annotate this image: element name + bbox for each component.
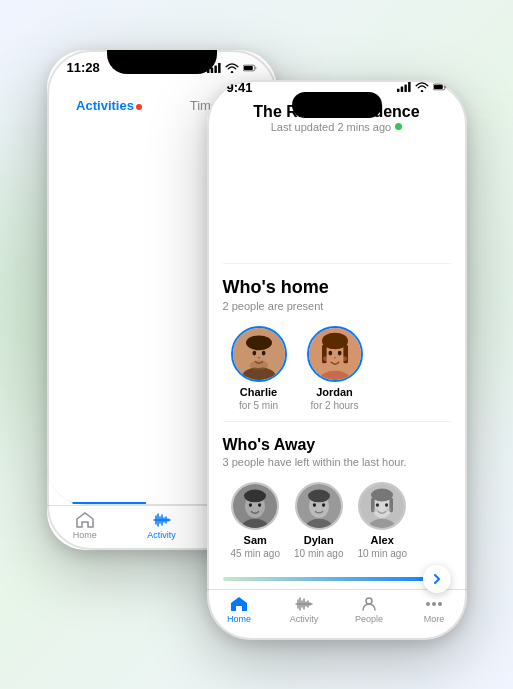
signal-icon-2 (397, 82, 411, 92)
phone-2-bottom-nav: Home Activity (207, 589, 467, 640)
svg-point-36 (249, 503, 252, 507)
wifi-icon-2 (415, 82, 429, 92)
svg-point-17 (252, 351, 256, 356)
avatar-jordan: Jordan for 2 hours (307, 326, 363, 411)
house-icon-2 (229, 596, 249, 612)
alex-name: Alex (371, 534, 394, 546)
svg-rect-5 (243, 66, 252, 70)
battery-icon-2 (433, 82, 447, 92)
svg-point-57 (438, 602, 442, 606)
svg-point-18 (261, 351, 265, 356)
avatar-sam: Sam 45 min ago (231, 482, 280, 559)
nav-2-more[interactable]: More (402, 596, 467, 624)
nav-1-activity[interactable]: Activity (123, 512, 200, 540)
chevron-right-icon (430, 572, 444, 586)
sam-time: 45 min ago (231, 548, 280, 559)
svg-point-51 (385, 503, 388, 507)
alex-face (360, 482, 404, 530)
svg-point-16 (246, 336, 272, 351)
dylan-face (297, 482, 341, 530)
svg-rect-1 (210, 67, 212, 72)
svg-rect-10 (408, 82, 410, 92)
svg-rect-12 (433, 85, 442, 89)
svg-point-50 (376, 503, 379, 507)
svg-point-53 (386, 507, 392, 511)
charlie-time: for 5 min (239, 400, 278, 411)
avatar-charlie: Charlie for 5 min (231, 326, 287, 411)
phone-1-status-icons (207, 63, 257, 73)
svg-point-41 (308, 489, 330, 502)
phone-whos-home: 9:41 (207, 80, 467, 640)
dylan-name: Dylan (304, 534, 334, 546)
svg-point-37 (258, 503, 261, 507)
slider-thumb[interactable] (423, 565, 451, 593)
phone-2-status-icons (397, 82, 447, 92)
waveform-icon-2 (294, 596, 314, 612)
avatar-circle-jordan (307, 326, 363, 382)
jordan-name: Jordan (316, 386, 353, 398)
phone-2-screen: 9:41 (207, 80, 467, 640)
avatar-circle-alex (358, 482, 406, 530)
svg-point-27 (328, 351, 332, 356)
person-icon-2 (359, 596, 379, 612)
wifi-icon (225, 63, 239, 73)
whos-away-subtitle: 3 people have left within the last hour. (223, 456, 451, 468)
dynamic-island (292, 92, 382, 118)
svg-point-30 (322, 357, 329, 362)
charlie-name: Charlie (240, 386, 277, 398)
svg-rect-9 (404, 85, 406, 92)
house-icon-1 (75, 512, 95, 528)
svg-point-43 (322, 503, 325, 507)
whos-away-section: Who's Away 3 people have left within the… (207, 422, 467, 569)
sam-name: Sam (244, 534, 267, 546)
home-avatars-row: Charlie for 5 min (223, 326, 451, 411)
online-status-dot (395, 123, 402, 130)
whos-away-title: Who's Away (223, 436, 451, 454)
svg-point-56 (432, 602, 436, 606)
svg-point-19 (257, 357, 260, 359)
svg-rect-8 (400, 87, 402, 92)
avatar-circle-charlie (231, 326, 287, 382)
phones-container: 11:28 (47, 20, 467, 670)
timeline-slider-track[interactable] (223, 577, 451, 581)
away-avatars-row: Sam 45 min ago (223, 482, 451, 559)
nav-2-activity[interactable]: Activity (272, 596, 337, 624)
jordan-time: for 2 hours (311, 400, 359, 411)
svg-point-52 (373, 507, 379, 511)
svg-point-54 (366, 598, 372, 604)
avatar-dylan: Dylan 10 min ago (294, 482, 343, 559)
svg-point-31 (339, 357, 346, 362)
timeline-slider-section (207, 569, 467, 589)
svg-rect-2 (214, 65, 216, 72)
ellipsis-icon (424, 596, 444, 612)
avatar-alex: Alex 10 min ago (357, 482, 406, 559)
svg-point-55 (426, 602, 430, 606)
dylan-time: 10 min ago (294, 548, 343, 559)
whos-home-subtitle: 2 people are present (223, 300, 451, 312)
svg-point-20 (249, 361, 268, 370)
svg-point-35 (244, 489, 266, 502)
nav-2-home[interactable]: Home (207, 596, 272, 624)
phone-2-header: The Rivera Residence Last updated 2 mins… (207, 95, 467, 263)
avatar-circle-dylan (295, 482, 343, 530)
waveform-icon-1 (152, 512, 172, 528)
jordan-face (309, 326, 361, 382)
activities-dot (136, 104, 142, 110)
phone-1-time: 11:28 (67, 60, 100, 75)
sam-face (233, 482, 277, 530)
nav-1-home[interactable]: Home (47, 512, 124, 540)
nav-2-people[interactable]: People (337, 596, 402, 624)
svg-point-42 (312, 503, 315, 507)
phone-1-notch (107, 50, 217, 74)
whos-home-title: Who's home (223, 277, 451, 298)
phone-2-time: 9:41 (227, 80, 253, 95)
alex-time: 10 min ago (357, 548, 406, 559)
avatar-circle-sam (231, 482, 279, 530)
charlie-face (233, 326, 285, 382)
svg-rect-7 (397, 89, 399, 92)
battery-icon (243, 63, 257, 73)
whos-home-section: Who's home 2 people are present (207, 263, 467, 421)
tab-activities[interactable]: Activities (57, 90, 162, 504)
svg-point-29 (333, 357, 335, 359)
svg-rect-3 (218, 63, 220, 73)
